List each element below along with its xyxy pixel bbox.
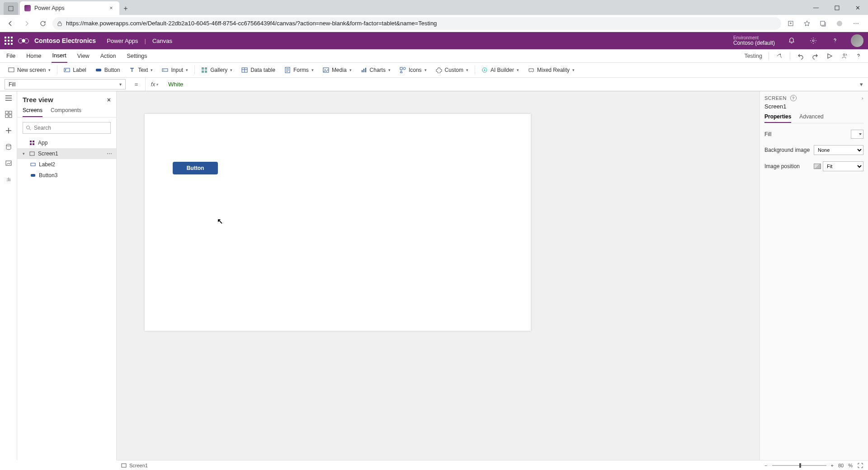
props-tab-advanced[interactable]: Advanced (799, 113, 823, 123)
app-name[interactable]: Testing (744, 53, 762, 59)
browser-tab[interactable]: Power Apps × (20, 1, 119, 15)
new-tab-button[interactable]: + (119, 2, 132, 15)
url-input[interactable] (66, 20, 777, 27)
share-icon[interactable] (840, 52, 848, 60)
user-avatar[interactable] (851, 34, 863, 47)
system-tab-icon[interactable] (4, 2, 18, 15)
ribbon-tab-home[interactable]: Home (25, 50, 42, 62)
tree-item-more-icon[interactable]: ⋯ (107, 150, 113, 157)
forward-button[interactable] (20, 17, 33, 30)
ribbon-tab-file[interactable]: File (5, 50, 16, 62)
zoom-out-icon[interactable]: − (764, 463, 767, 468)
app-checker-icon[interactable] (775, 52, 783, 60)
imgpos-select[interactable]: Fit (823, 161, 863, 171)
media-rail-icon[interactable] (5, 159, 13, 167)
icons-button[interactable]: Icons▾ (396, 65, 430, 75)
tree-rail-icon[interactable] (5, 94, 13, 102)
svg-point-34 (27, 126, 30, 129)
undo-icon[interactable] (797, 52, 805, 60)
url-box[interactable] (52, 17, 781, 30)
new-screen-icon (8, 67, 14, 73)
redo-icon[interactable] (811, 52, 819, 60)
property-selector[interactable]: Fill▾ (5, 79, 126, 89)
notifications-icon[interactable] (784, 33, 799, 48)
ribbon-tab-settings[interactable]: Settings (126, 50, 148, 62)
tree-expand-icon[interactable]: ▾ (21, 151, 26, 156)
favorite-icon[interactable] (800, 17, 814, 30)
install-app-icon[interactable] (784, 17, 797, 30)
ribbon-tab-action[interactable]: Action (99, 50, 117, 62)
media-button[interactable]: Media▾ (319, 65, 355, 75)
profile-icon[interactable] (833, 17, 846, 30)
zoom-in-icon[interactable]: + (831, 463, 834, 468)
zoom-slider[interactable] (772, 465, 826, 466)
tree-item-label2[interactable]: Label2 (17, 159, 116, 170)
ai-builder-button[interactable]: AI Builder▾ (478, 65, 523, 75)
gallery-button[interactable]: Gallery▾ (198, 65, 236, 75)
custom-button[interactable]: Custom▾ (432, 65, 472, 75)
ribbon-tab-insert[interactable]: Insert (52, 49, 67, 63)
tab-close-icon[interactable]: × (108, 5, 115, 11)
svg-rect-38 (33, 143, 34, 145)
tree-item-screen1[interactable]: ▾ Screen1 ⋯ (17, 148, 116, 159)
gear-icon[interactable] (806, 33, 821, 48)
fill-color-swatch[interactable] (851, 130, 863, 139)
refresh-button[interactable] (36, 17, 50, 30)
svg-point-8 (843, 54, 845, 56)
tree-item-app[interactable]: App (17, 137, 116, 148)
screen-node-icon (29, 150, 35, 157)
ribbon-tab-view[interactable]: View (76, 50, 90, 62)
button-insert-button[interactable]: Button (92, 65, 124, 75)
fit-screen-icon[interactable] (857, 462, 863, 469)
tree-item-button3[interactable]: Button3 (17, 170, 116, 181)
data-table-button[interactable]: Data table (238, 65, 279, 75)
tree-tab-screens[interactable]: Screens (23, 107, 42, 117)
canvas-area[interactable]: Button ↖ (117, 91, 760, 460)
forms-icon (284, 67, 291, 73)
data-rail-icon[interactable] (5, 143, 13, 151)
canvas-button-control[interactable]: Button ↖ (173, 162, 218, 174)
mixed-reality-button[interactable]: Mixed Reality▾ (524, 65, 578, 75)
back-button[interactable] (4, 17, 17, 30)
formula-input[interactable]: White (164, 78, 854, 91)
collections-icon[interactable] (816, 17, 830, 30)
window-close-icon[interactable]: ✕ (847, 0, 868, 15)
imgpos-thumb-icon (814, 164, 821, 169)
forms-button[interactable]: Forms▾ (281, 65, 317, 75)
svg-rect-31 (9, 115, 12, 118)
status-screen-icon (121, 463, 127, 468)
charts-button[interactable]: Charts▾ (357, 65, 394, 75)
ribbon-help-icon[interactable] (854, 52, 863, 60)
tree-search-box[interactable] (23, 122, 111, 134)
canvas-screen[interactable]: Button ↖ (145, 114, 531, 331)
fx-button[interactable]: fx▾ (146, 78, 164, 91)
new-screen-button[interactable]: New screen▾ (5, 65, 54, 75)
tab-favicon (24, 5, 31, 11)
browser-menu-icon[interactable]: ⋯ (849, 17, 863, 30)
product-name: Power Apps (107, 38, 138, 44)
window-maximize-icon[interactable] (826, 0, 847, 15)
svg-point-25 (403, 67, 406, 70)
preview-icon[interactable] (826, 52, 834, 60)
bgimage-select[interactable]: None (814, 145, 863, 155)
help-icon[interactable] (827, 33, 843, 48)
waffle-icon[interactable] (5, 37, 13, 45)
environment-block[interactable]: Environment Contoso (default) (733, 35, 778, 46)
tree-tab-components[interactable]: Components (51, 107, 81, 117)
props-expand-icon[interactable]: › (862, 95, 863, 101)
insert-rail-icon[interactable] (5, 110, 13, 118)
add-rail-icon[interactable] (5, 127, 13, 135)
props-help-icon[interactable]: ? (790, 95, 797, 101)
lock-icon (57, 21, 62, 26)
search-icon (26, 125, 31, 131)
input-button[interactable]: Input▾ (158, 65, 192, 75)
tree-search-input[interactable] (34, 125, 108, 131)
label-button[interactable]: Label (60, 65, 90, 75)
props-tab-properties[interactable]: Properties (764, 113, 791, 123)
tools-rail-icon[interactable] (5, 175, 13, 183)
window-minimize-icon[interactable]: — (806, 0, 826, 15)
text-button[interactable]: Text▾ (125, 65, 156, 75)
svg-rect-30 (5, 115, 8, 118)
tree-close-icon[interactable]: × (107, 96, 111, 103)
formula-expand-icon[interactable]: ▾ (854, 78, 868, 91)
